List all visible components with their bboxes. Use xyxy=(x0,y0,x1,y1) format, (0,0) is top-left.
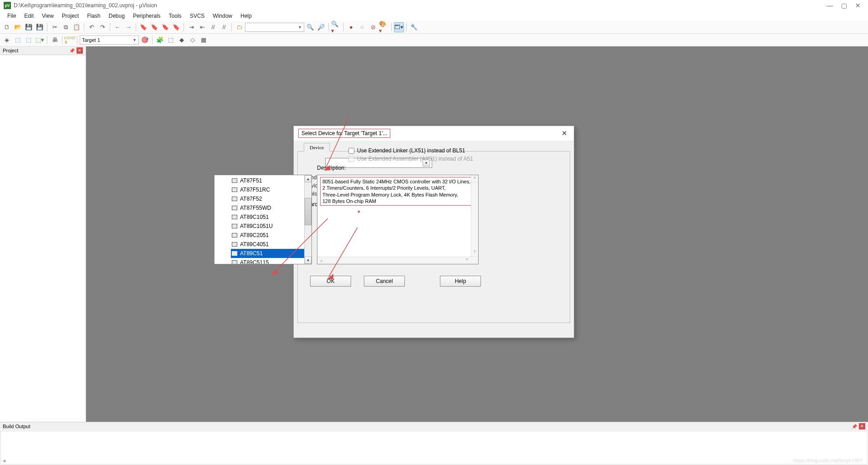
target-combo[interactable]: Target 1▼ xyxy=(80,35,139,45)
configure-icon[interactable]: 🔧 xyxy=(409,22,419,32)
window-tile-icon[interactable]: 🗔▾ xyxy=(394,22,404,32)
manage-rte-icon[interactable]: ◆ xyxy=(177,35,187,45)
scroll-down-icon[interactable]: ▼ xyxy=(305,257,311,264)
menu-project[interactable]: Project xyxy=(58,12,82,20)
device-item[interactable]: AT89C51 xyxy=(231,249,304,258)
rebuild-icon[interactable]: ⬚ xyxy=(24,35,34,45)
select-pack-icon[interactable]: ◇ xyxy=(188,35,198,45)
nav-back-icon[interactable]: ← xyxy=(112,22,123,32)
scroll-right-icon[interactable]: ► xyxy=(464,257,471,262)
file-ext-icon[interactable]: 🧩 xyxy=(155,35,165,45)
close-button[interactable]: ✕ xyxy=(855,2,861,9)
stop-build-icon[interactable]: 🖶 xyxy=(50,35,60,45)
toolbar-1: 🗋 📂 💾 💾 ✂ ⧉ 📋 ↶ ↷ ← → 🔖 🔖 🔖 🔖 ⇥ ⇤ // // … xyxy=(0,21,868,34)
separator xyxy=(328,23,329,31)
breakpoint-kill-icon[interactable]: 🎨▾ xyxy=(379,22,389,32)
find-in-files-icon[interactable]: 🔍 xyxy=(305,22,315,32)
debug-icon[interactable]: 🔍▾ xyxy=(331,22,341,32)
incremental-find-icon[interactable]: 🔎 xyxy=(316,22,326,32)
menu-debug[interactable]: Debug xyxy=(105,12,128,20)
device-item-label: AT87F55WD xyxy=(240,205,271,211)
help-button[interactable]: Help xyxy=(440,276,481,287)
undo-icon[interactable]: ↶ xyxy=(87,22,97,32)
translate-icon[interactable]: ◈ xyxy=(2,35,12,45)
scroll-left-icon[interactable]: ◄ xyxy=(317,259,325,263)
menu-flash[interactable]: Flash xyxy=(83,12,104,20)
menu-edit[interactable]: Edit xyxy=(20,12,37,20)
menu-view[interactable]: View xyxy=(38,12,57,20)
breakpoint-insert-icon[interactable]: ● xyxy=(346,22,356,32)
device-item[interactable]: AT87F51RC xyxy=(231,185,304,194)
scroll-thumb[interactable] xyxy=(305,198,311,225)
device-item[interactable]: AT87F51 xyxy=(231,176,304,185)
ok-button[interactable]: OK xyxy=(310,276,351,287)
desc-scrollbar-v[interactable]: ▲ ▼ xyxy=(471,175,478,257)
chip-icon xyxy=(232,260,237,264)
pack-installer-icon[interactable]: ▦ xyxy=(199,35,209,45)
chip-icon xyxy=(232,197,237,201)
build-icon[interactable]: ⬚ xyxy=(13,35,23,45)
manage-icon[interactable]: ⬚ xyxy=(166,35,176,45)
uncomment-icon[interactable]: // xyxy=(219,22,229,32)
batch-build-icon[interactable]: ⬚▾ xyxy=(35,35,45,45)
copy-icon[interactable]: ⧉ xyxy=(61,22,71,32)
scroll-left-icon[interactable]: ◄ xyxy=(2,458,6,463)
pin-icon[interactable]: 📌 xyxy=(852,424,857,429)
cut-icon[interactable]: ✂ xyxy=(50,22,60,32)
maximize-button[interactable]: ▢ xyxy=(841,2,847,9)
indent-icon[interactable]: ⇥ xyxy=(186,22,196,32)
bookmark-prev-icon[interactable]: 🔖 xyxy=(149,22,159,32)
device-item[interactable]: AT89C4051 xyxy=(231,240,304,249)
save-all-icon[interactable]: 💾 xyxy=(35,22,45,32)
device-item[interactable]: AT87F55WD xyxy=(231,203,304,212)
breakpoint-enable-icon[interactable]: ○ xyxy=(357,22,367,32)
project-tree[interactable] xyxy=(0,55,86,422)
menu-file[interactable]: File xyxy=(4,12,20,20)
download-icon[interactable]: LOAD⬇ xyxy=(65,35,75,45)
tab-device[interactable]: Device xyxy=(304,143,330,152)
breakpoint-disable-icon[interactable]: ⊘ xyxy=(368,22,378,32)
paste-icon[interactable]: 📋 xyxy=(71,22,82,32)
menu-svcs[interactable]: SVCS xyxy=(186,12,209,20)
extended-linker-checkbox[interactable] xyxy=(348,148,354,154)
find-panel-icon[interactable]: 🗀 xyxy=(234,22,244,32)
dialog-close-icon[interactable]: ✕ xyxy=(560,129,569,137)
separator xyxy=(231,23,232,31)
new-file-icon[interactable]: 🗋 xyxy=(2,22,12,32)
menu-help[interactable]: Help xyxy=(237,12,255,20)
comment-icon[interactable]: // xyxy=(208,22,218,32)
device-item[interactable]: AT89C1051 xyxy=(231,212,304,222)
scroll-track[interactable] xyxy=(305,182,311,257)
tree-scrollbar[interactable]: ▲ ▼ xyxy=(304,175,311,264)
bookmark-clear-icon[interactable]: 🔖 xyxy=(171,22,181,32)
device-item[interactable]: AT89C5115 xyxy=(231,258,304,264)
build-output-body[interactable]: ◄ xyxy=(0,431,868,465)
menu-window[interactable]: Window xyxy=(209,12,236,20)
menu-peripherals[interactable]: Peripherals xyxy=(129,12,164,20)
scroll-up-icon[interactable]: ▲ xyxy=(471,175,478,182)
desc-scrollbar-h[interactable]: ◄ ► xyxy=(317,257,478,264)
scroll-up-icon[interactable]: ▲ xyxy=(305,175,311,182)
bookmark-icon[interactable]: 🔖 xyxy=(138,22,148,32)
menu-tools[interactable]: Tools xyxy=(165,12,185,20)
target-options-icon[interactable]: 🎯 xyxy=(140,35,150,45)
project-panel-title: Project xyxy=(3,48,18,53)
open-file-icon[interactable]: 📂 xyxy=(13,22,23,32)
save-icon[interactable]: 💾 xyxy=(24,22,34,32)
cancel-button[interactable]: Cancel xyxy=(364,276,405,287)
device-list[interactable]: AT87F51AT87F51RCAT87F52AT87F55WDAT89C105… xyxy=(214,175,304,264)
minimize-button[interactable]: — xyxy=(827,2,833,9)
bookmark-next-icon[interactable]: 🔖 xyxy=(160,22,170,32)
device-item[interactable]: AT87F52 xyxy=(231,194,304,203)
nav-forward-icon[interactable]: → xyxy=(123,22,133,32)
outdent-icon[interactable]: ⇤ xyxy=(197,22,207,32)
device-item[interactable]: AT89C1051U xyxy=(231,222,304,231)
close-panel-icon[interactable]: ✕ xyxy=(859,423,865,430)
scroll-down-icon[interactable]: ▼ xyxy=(471,249,478,257)
close-panel-icon[interactable]: ✕ xyxy=(77,47,83,54)
pin-icon[interactable]: 📌 xyxy=(69,48,75,53)
device-item[interactable]: AT89C2051 xyxy=(231,231,304,240)
device-tree: AT87F51AT87F51RCAT87F52AT87F55WDAT89C105… xyxy=(214,175,312,264)
find-combo[interactable]: ▼ xyxy=(245,23,304,32)
redo-icon[interactable]: ↷ xyxy=(97,22,107,32)
